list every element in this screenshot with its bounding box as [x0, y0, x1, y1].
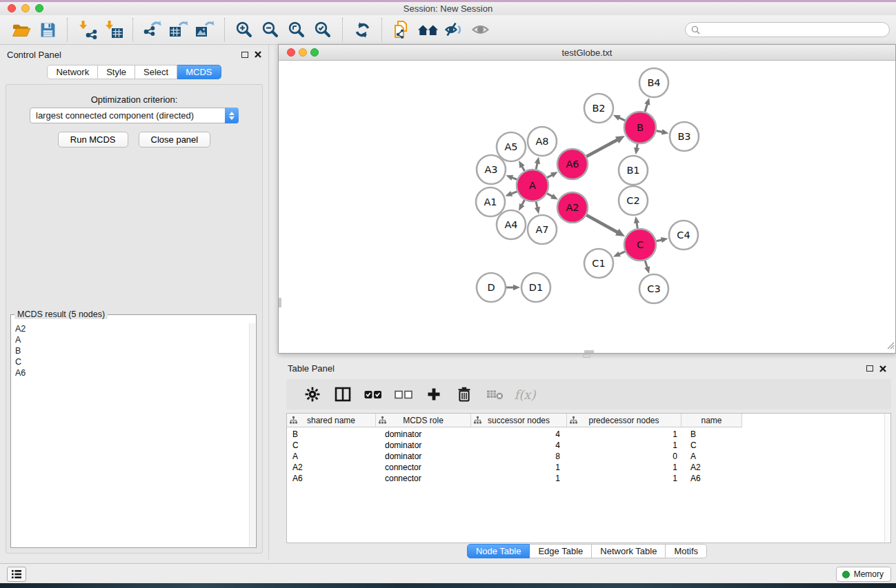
table-settings-button[interactable]: [297, 382, 328, 407]
cell-MCDS-role[interactable]: connector: [376, 462, 471, 473]
node-D1[interactable]: D1: [521, 273, 550, 302]
tab-network-table[interactable]: Network Table: [592, 544, 666, 558]
close-panel-icon[interactable]: [879, 365, 886, 372]
edge-A2-C[interactable]: [586, 215, 625, 236]
node-A[interactable]: A: [517, 170, 548, 201]
show-all-networks-button[interactable]: [415, 17, 441, 42]
function-builder-button[interactable]: f(x): [510, 382, 540, 407]
edge-C-C2[interactable]: [634, 216, 639, 229]
cell-name[interactable]: A2: [681, 462, 742, 473]
cell-name[interactable]: B: [681, 429, 742, 440]
network-canvas[interactable]: B4B2BB3A5A8A6A3B1AC2A1A2A4A7C4CC1DD1C3: [279, 61, 895, 353]
edge-B-B4[interactable]: [644, 98, 650, 112]
cell-successor-nodes[interactable]: 1: [471, 473, 567, 484]
zoom-fit-button[interactable]: [283, 17, 310, 42]
edge-D-D1[interactable]: [506, 285, 520, 290]
edge-A-A1[interactable]: [505, 191, 517, 196]
node-A1[interactable]: A1: [476, 187, 505, 216]
edge-C-C1[interactable]: [613, 252, 625, 257]
tab-mcds[interactable]: MCDS: [177, 65, 221, 79]
cell-name[interactable]: A6: [681, 473, 742, 484]
column-header-predecessor-nodes[interactable]: predecessor nodes: [567, 414, 681, 427]
clone-network-button[interactable]: [388, 17, 415, 42]
node-D[interactable]: D: [477, 273, 506, 302]
zoom-selected-button[interactable]: [310, 17, 336, 42]
result-item[interactable]: A2: [15, 323, 248, 334]
float-panel-icon[interactable]: [241, 52, 248, 58]
result-item[interactable]: A: [15, 334, 248, 345]
canvas-bottom-scrollbar[interactable]: [584, 350, 594, 353]
cell-successor-nodes[interactable]: 4: [471, 429, 567, 440]
tab-style[interactable]: Style: [98, 65, 135, 79]
node-B2[interactable]: B2: [584, 94, 613, 123]
cell-name[interactable]: C: [681, 440, 742, 451]
edge-A-A3[interactable]: [506, 175, 517, 181]
edge-A-A2[interactable]: [547, 194, 558, 200]
cell-shared-name[interactable]: A6: [287, 473, 376, 484]
edge-A-A5[interactable]: [519, 161, 525, 171]
delete-table-button[interactable]: [479, 382, 510, 407]
tab-select[interactable]: Select: [135, 65, 177, 79]
edge-B-B1[interactable]: [634, 144, 639, 155]
result-item[interactable]: A6: [15, 367, 248, 378]
table-row[interactable]: Cdominator41C: [287, 440, 890, 451]
node-A8[interactable]: A8: [528, 127, 557, 156]
close-window-button[interactable]: [8, 4, 16, 12]
edge-A6-B[interactable]: [586, 136, 625, 156]
node-A3[interactable]: A3: [477, 155, 506, 184]
select-all-button[interactable]: [358, 382, 388, 407]
node-C3[interactable]: C3: [639, 274, 668, 303]
cell-shared-name[interactable]: B: [287, 429, 376, 440]
tab-network[interactable]: Network: [47, 65, 98, 79]
cell-predecessor-nodes[interactable]: 1: [567, 473, 681, 484]
cell-MCDS-role[interactable]: dominator: [376, 429, 471, 440]
cell-successor-nodes[interactable]: 8: [471, 451, 567, 462]
table-row[interactable]: Bdominator41B: [287, 429, 890, 440]
cell-name[interactable]: A: [681, 451, 742, 462]
export-table-button[interactable]: [166, 17, 192, 42]
node-B4[interactable]: B4: [639, 68, 668, 97]
export-network-button[interactable]: [139, 17, 166, 42]
memory-button[interactable]: Memory: [836, 567, 891, 582]
save-session-button[interactable]: [34, 17, 61, 42]
cell-MCDS-role[interactable]: connector: [376, 473, 471, 484]
column-header-successor-nodes[interactable]: successor nodes: [471, 414, 567, 427]
node-A4[interactable]: A4: [497, 210, 526, 239]
node-C2[interactable]: C2: [619, 186, 648, 215]
column-header-MCDS-role[interactable]: MCDS role: [376, 414, 471, 427]
show-columns-button[interactable]: [328, 382, 358, 407]
resize-grip-icon[interactable]: [887, 340, 895, 352]
close-network-button[interactable]: [287, 48, 295, 57]
node-B[interactable]: B: [624, 112, 656, 143]
node-C4[interactable]: C4: [669, 221, 698, 250]
table-row[interactable]: A2connector11A2: [287, 462, 890, 473]
delete-column-button[interactable]: [449, 382, 479, 407]
close-panel-icon[interactable]: [255, 51, 261, 58]
export-image-button[interactable]: [192, 17, 218, 42]
cell-shared-name[interactable]: C: [287, 440, 376, 451]
result-scrollbar[interactable]: [249, 323, 255, 547]
apply-layout-button[interactable]: [349, 17, 375, 42]
node-A5[interactable]: A5: [497, 132, 526, 161]
edge-A-A6[interactable]: [547, 172, 558, 177]
hide-panels-button[interactable]: [441, 17, 467, 42]
edge-C-C3[interactable]: [644, 261, 650, 274]
cell-MCDS-role[interactable]: dominator: [376, 440, 471, 451]
zoom-network-button[interactable]: [310, 48, 319, 57]
edge-A-A7[interactable]: [535, 201, 540, 214]
canvas-left-scrollbar[interactable]: [279, 298, 281, 307]
cell-shared-name[interactable]: A: [287, 451, 376, 462]
node-A6[interactable]: A6: [557, 149, 588, 179]
run-mcds-button[interactable]: Run MCDS: [58, 132, 128, 148]
import-network-button[interactable]: [74, 17, 100, 42]
edge-A-A4[interactable]: [519, 200, 525, 211]
cell-shared-name[interactable]: A2: [287, 462, 376, 473]
cell-successor-nodes[interactable]: 4: [471, 440, 567, 451]
cell-predecessor-nodes[interactable]: 0: [567, 451, 681, 462]
criterion-select[interactable]: largest connected component (directed): [30, 108, 239, 123]
column-header-shared-name[interactable]: shared name: [287, 414, 376, 427]
table-scrollbar[interactable]: [884, 414, 890, 543]
cell-predecessor-nodes[interactable]: 1: [567, 462, 681, 473]
edge-C-C4[interactable]: [656, 237, 668, 243]
minimize-window-button[interactable]: [21, 4, 30, 12]
